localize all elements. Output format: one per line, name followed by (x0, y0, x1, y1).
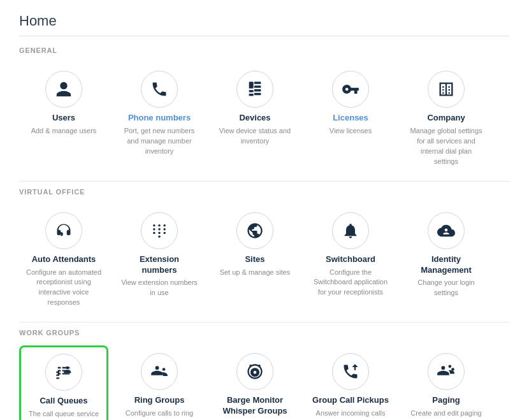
card-desc-identity-management: Change your login settings (408, 278, 484, 298)
card-title-ring-groups: Ring Groups (134, 395, 185, 406)
card-company[interactable]: CompanyManage global settings for all se… (402, 63, 491, 175)
section-label-work-groups: WORK GROUPS (19, 329, 510, 337)
card-desc-sites: Set up & manage sites (220, 268, 291, 278)
cards-row-general: UsersAdd & manage usersPhone numbersPort… (19, 63, 510, 175)
dialpad-icon (141, 212, 178, 249)
card-desc-devices: View device status and inventory (217, 126, 293, 147)
card-title-phone-numbers: Phone numbers (128, 113, 191, 124)
card-auto-attendants[interactable]: Auto AttendantsConfigure an automated re… (19, 205, 108, 316)
svg-rect-0 (249, 82, 254, 89)
svg-rect-3 (254, 85, 261, 88)
svg-point-10 (153, 228, 156, 231)
card-title-group-call-pickups: Group Call Pickups (312, 395, 389, 406)
card-sites[interactable]: SitesSet up & manage sites (210, 205, 300, 316)
bell-icon (332, 212, 369, 249)
svg-point-7 (153, 224, 156, 227)
device-icon (236, 71, 273, 108)
card-desc-ring-groups: Configure calls to ring multiple users e… (121, 409, 198, 420)
card-title-company: Company (427, 113, 465, 124)
barge-icon (236, 353, 273, 390)
headset-icon (45, 212, 82, 249)
svg-point-23 (449, 365, 452, 368)
call-pickup-icon (332, 353, 369, 390)
building-icon (428, 71, 465, 108)
card-call-queues[interactable]: Call QueuesThe call queue service places… (19, 345, 108, 420)
card-phone-numbers[interactable]: Phone numbersPort, get new numbers and m… (115, 63, 204, 175)
svg-point-11 (158, 228, 161, 231)
section-label-general: GENERAL (19, 47, 510, 54)
card-barge-monitor[interactable]: Barge Monitor Whisper GroupsAllows group… (210, 345, 300, 420)
svg-point-13 (153, 231, 156, 234)
svg-rect-2 (254, 82, 261, 84)
card-desc-company: Manage global settings for all services … (408, 126, 484, 167)
card-group-call-pickups[interactable]: Group Call PickupsAnswer incoming calls … (306, 345, 395, 420)
cards-row-work-groups: Call QueuesThe call queue service places… (19, 345, 510, 420)
paging-icon (428, 353, 465, 390)
card-title-identity-management: Identity Management (408, 254, 484, 276)
globe-icon (236, 212, 273, 249)
cards-row-virtual-office: Auto AttendantsConfigure an automated re… (19, 205, 510, 316)
svg-point-21 (258, 365, 261, 367)
svg-point-12 (163, 228, 166, 231)
card-title-switchboard: Switchboard (326, 254, 375, 265)
svg-point-20 (249, 365, 252, 367)
card-desc-extension-numbers: View extension numbers in use (121, 278, 198, 298)
card-desc-users: Add & manage users (31, 126, 97, 136)
card-title-devices: Devices (239, 113, 270, 124)
card-title-auto-attendants: Auto Attendants (32, 254, 96, 265)
card-title-call-queues: Call Queues (40, 396, 87, 407)
svg-point-17 (66, 366, 69, 370)
card-desc-group-call-pickups: Answer incoming calls for other group me… (312, 409, 389, 420)
section-work-groups: WORK GROUPSCall QueuesThe call queue ser… (19, 329, 510, 420)
user-icon (45, 71, 82, 108)
card-title-licenses: Licenses (333, 113, 368, 124)
svg-point-14 (158, 231, 161, 234)
key-icon (332, 71, 369, 108)
section-virtual-office: VIRTUAL OFFICEAuto AttendantsConfigure a… (19, 188, 510, 323)
section-label-virtual-office: VIRTUAL OFFICE (19, 188, 510, 196)
svg-rect-6 (249, 94, 254, 96)
card-desc-phone-numbers: Port, get new numbers and manage number … (121, 126, 198, 157)
card-ring-groups[interactable]: Ring GroupsConfigure calls to ring multi… (115, 345, 204, 420)
section-general: GENERALUsersAdd & manage usersPhone numb… (19, 47, 510, 182)
svg-point-8 (158, 224, 161, 227)
page-title: Home (19, 13, 510, 36)
card-devices[interactable]: DevicesView device status and inventory (210, 63, 300, 175)
svg-point-15 (163, 231, 166, 234)
card-licenses[interactable]: LicensesView licenses (306, 63, 395, 175)
cloud-person-icon (428, 212, 465, 249)
svg-point-9 (163, 224, 166, 227)
card-identity-management[interactable]: Identity ManagementChange your login set… (402, 205, 491, 316)
svg-point-16 (158, 235, 161, 238)
svg-point-18 (156, 366, 159, 370)
svg-rect-4 (254, 89, 261, 92)
card-switchboard[interactable]: SwitchboardConfigure the Switchboard app… (306, 205, 395, 316)
card-title-sites: Sites (245, 254, 264, 265)
card-title-paging: Paging (432, 395, 460, 406)
card-desc-paging: Create and edit paging groups (408, 409, 484, 420)
queue-icon (45, 354, 82, 391)
ring-group-icon (141, 353, 178, 390)
card-desc-call-queues: The call queue service places your calle… (26, 409, 101, 420)
phone-icon (141, 71, 178, 108)
card-extension-numbers[interactable]: Extension numbersView extension numbers … (115, 205, 204, 316)
card-title-barge-monitor: Barge Monitor Whisper Groups (217, 395, 293, 417)
card-title-extension-numbers: Extension numbers (121, 254, 198, 276)
svg-point-22 (441, 366, 445, 370)
card-desc-licenses: View licenses (330, 126, 372, 136)
svg-rect-1 (249, 90, 254, 92)
card-desc-auto-attendants: Configure an automated receptionist usin… (25, 268, 102, 308)
card-title-users: Users (52, 113, 75, 124)
card-desc-switchboard: Configure the Switchboard application fo… (312, 268, 389, 298)
card-paging[interactable]: PagingCreate and edit paging groups (402, 345, 491, 420)
svg-rect-5 (254, 93, 261, 96)
svg-point-19 (163, 368, 166, 371)
card-users[interactable]: UsersAdd & manage users (19, 63, 108, 175)
